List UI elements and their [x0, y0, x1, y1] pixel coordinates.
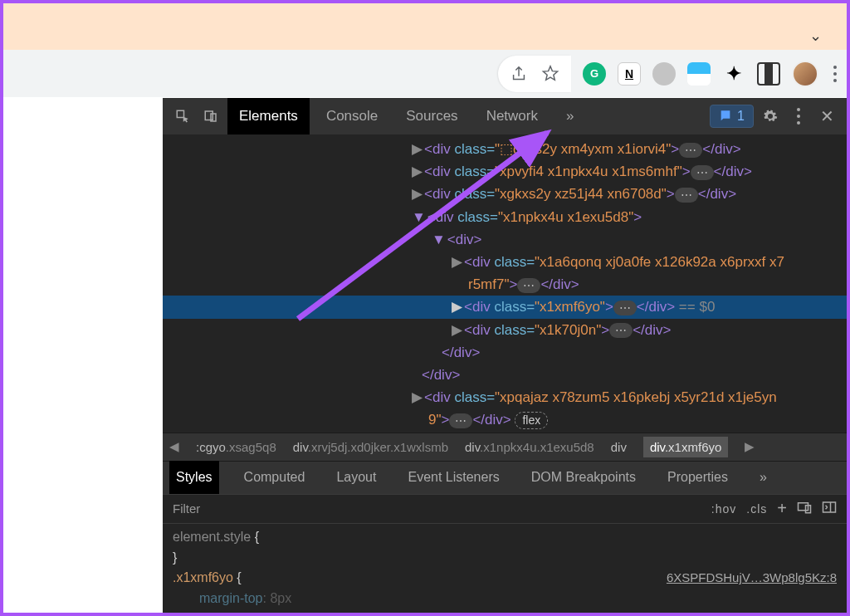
crumb-item[interactable]: div.x1npkx4u.x1exu5d8	[465, 440, 594, 454]
notion-extension-icon[interactable]: N	[618, 62, 641, 86]
omnibox-actions	[498, 56, 571, 92]
inspect-element-icon[interactable]	[171, 105, 194, 128]
svg-rect-5	[823, 502, 836, 512]
browser-toolbar: G N ✦	[3, 50, 847, 98]
event-listeners-tab[interactable]: Event Listeners	[401, 461, 506, 494]
extension-icon[interactable]	[652, 62, 676, 86]
tab-sources[interactable]: Sources	[394, 98, 469, 134]
tabs-overflow[interactable]: »	[554, 98, 585, 134]
issues-badge[interactable]: 1	[710, 105, 754, 128]
css-rules-pane[interactable]: element.style { } 6XSPFDSHujV…3Wp8lg5Kz:…	[163, 524, 847, 613]
chevron-down-icon[interactable]: ⌄	[809, 27, 822, 45]
toggle-sidebar-icon[interactable]	[822, 501, 837, 517]
crumb-item[interactable]: div	[611, 440, 627, 454]
browser-menu-icon[interactable]	[830, 66, 840, 82]
crumb-prev-icon[interactable]: ◀	[169, 439, 179, 454]
tab-console[interactable]: Console	[315, 98, 389, 134]
extension-row: G N ✦	[571, 61, 840, 87]
dom-breakpoints-tab[interactable]: DOM Breakpoints	[525, 461, 642, 494]
device-toggle-icon[interactable]	[199, 105, 222, 128]
devtools-menu-icon[interactable]	[787, 105, 810, 128]
properties-tab[interactable]: Properties	[661, 461, 735, 494]
crumb-next-icon[interactable]: ▶	[745, 439, 755, 454]
stylesheet-source-link[interactable]: 6XSPFDSHujV…3Wp8lg5Kz:8	[667, 568, 837, 587]
styles-filter-input[interactable]: Filter	[173, 501, 701, 516]
hov-toggle[interactable]: :hov	[711, 502, 736, 516]
issues-count: 1	[737, 109, 745, 124]
tab-elements[interactable]: Elements	[227, 98, 310, 134]
dom-tree[interactable]: ▶<div class="⬚gkxs2y xm4yxm x1iorvi4">⋯<…	[163, 134, 847, 433]
flex-badge[interactable]: flex	[515, 412, 548, 429]
svg-rect-1	[205, 111, 212, 120]
share-icon[interactable]	[510, 65, 528, 83]
svg-rect-0	[177, 110, 183, 117]
layout-tab[interactable]: Layout	[330, 461, 383, 494]
crumb-item-active[interactable]: div.x1xmf6yo	[643, 437, 728, 457]
computed-tab[interactable]: Computed	[237, 461, 312, 494]
devtools-panel: Elements Console Sources Network » 1 ✕ ▶…	[163, 98, 847, 613]
close-devtools-icon[interactable]: ✕	[815, 105, 838, 128]
page-content	[3, 98, 163, 613]
device-pane-icon[interactable]	[797, 501, 812, 517]
crumb-item[interactable]: div.xrvj5dj.xd0jker.x1wxlsmb	[293, 440, 448, 454]
extension-icon[interactable]	[687, 62, 711, 86]
crumb-item[interactable]: :cgyo.xsag5q8	[196, 440, 276, 454]
dom-breadcrumb[interactable]: ◀ :cgyo.xsag5q8 div.xrvj5dj.xd0jker.x1wx…	[163, 433, 847, 461]
side-panel-icon[interactable]	[757, 62, 780, 86]
extensions-puzzle-icon[interactable]: ✦	[722, 62, 745, 86]
devtools-tabbar: Elements Console Sources Network » 1 ✕	[163, 98, 847, 134]
styles-tabs-overflow[interactable]: »	[753, 461, 774, 494]
settings-gear-icon[interactable]	[759, 105, 782, 128]
bookmark-star-icon[interactable]	[541, 65, 559, 83]
profile-avatar[interactable]	[792, 61, 818, 87]
new-style-rule-icon[interactable]: +	[777, 499, 787, 518]
tab-network[interactable]: Network	[475, 98, 550, 134]
cls-toggle[interactable]: .cls	[746, 502, 767, 516]
dom-selected-node[interactable]: ⋯ ▶<div class="x1xmf6yo">⋯</div> == $0	[163, 296, 847, 318]
styles-tabbar: Styles Computed Layout Event Listeners D…	[163, 461, 847, 494]
svg-rect-3	[799, 503, 808, 511]
grammarly-extension-icon[interactable]: G	[583, 62, 606, 86]
styles-filter-row: Filter :hov .cls +	[163, 494, 847, 524]
notification-banner: ⌄	[3, 3, 847, 50]
styles-tab[interactable]: Styles	[169, 461, 219, 494]
